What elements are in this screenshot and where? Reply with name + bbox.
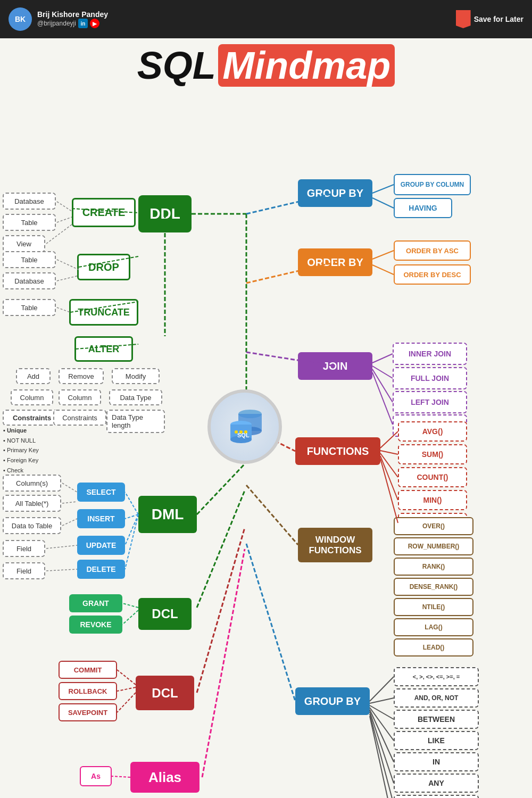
order-asc-label: ORDER BY ASC <box>406 247 459 255</box>
svg-line-53 <box>370 705 394 719</box>
svg-line-28 <box>380 456 398 500</box>
svg-line-36 <box>62 502 77 503</box>
svg-line-57 <box>370 714 394 798</box>
svg-line-38 <box>46 545 77 548</box>
dcl1-label: DCL <box>152 606 178 621</box>
wf-over-label: OVER() <box>422 522 445 530</box>
order-desc-label: ORDER BY DESC <box>403 271 461 279</box>
dml-datatable-label: Data to Table <box>3 517 61 534</box>
svg-line-34 <box>125 514 138 569</box>
wf-lead-label: LEAD() <box>423 644 445 651</box>
save-button[interactable]: Save for Later <box>456 10 523 28</box>
cond-in-label: IN <box>433 758 440 766</box>
cond-between-box: BETWEEN <box>394 710 479 729</box>
insert-label: INSERT <box>87 514 114 523</box>
func-sum-box: SUM() <box>398 444 467 464</box>
order-asc-box: ORDER BY ASC <box>394 240 471 261</box>
alter-constraints1-label: Constraints <box>3 410 61 426</box>
svg-line-15 <box>372 198 394 208</box>
truncate-table-label: Table <box>3 299 56 316</box>
cond-andor-label: AND, OR, NOT <box>414 694 459 702</box>
svg-line-29 <box>380 459 398 523</box>
alter-datatype-label: Data Type <box>109 389 162 405</box>
savepoint-box: SAVEPOINT <box>59 703 117 721</box>
svg-line-27 <box>380 453 398 477</box>
wf-rownumber-label: ROW_NUMBER() <box>408 543 460 550</box>
create-label: CREATE <box>82 206 126 219</box>
svg-line-22 <box>372 369 393 402</box>
svg-line-42 <box>122 610 138 625</box>
truncate-box: TRUNCATE <box>69 299 138 326</box>
svg-line-32 <box>125 514 138 519</box>
wf-ntile-label: NTILE() <box>422 603 445 611</box>
dml-box: DML <box>138 496 197 533</box>
alias-as-box: As <box>80 766 112 786</box>
alter-remove-label: Remove <box>59 368 104 384</box>
window-functions-box: WINDOW FUNCTIONS <box>298 528 372 562</box>
wf-rank-box: RANK() <box>394 558 473 576</box>
functions-label: FUNCTIONS <box>307 445 369 458</box>
join-label: JOIN <box>323 360 348 372</box>
group-by-having-label: HAVING <box>409 204 437 212</box>
grant-label: GRANT <box>82 599 109 608</box>
avatar: BK <box>9 7 32 31</box>
svg-line-49 <box>246 485 298 545</box>
insert-box: INSERT <box>77 509 125 528</box>
svg-line-21 <box>372 366 393 378</box>
db-svg: SQL <box>222 404 268 450</box>
svg-line-52 <box>370 698 394 703</box>
cond-operators-box: <, >, <>, <=, >=, = <box>394 667 479 686</box>
tcl-box: DCL <box>136 676 194 710</box>
group-by-2-label: GROUP BY <box>304 695 361 708</box>
drop-database-label: Database <box>3 272 56 289</box>
youtube-icon[interactable]: ▶ <box>90 19 99 28</box>
dml-field2-label: Field <box>3 562 45 579</box>
ddl-label: DDL <box>149 205 180 222</box>
create-database-label: Database <box>3 193 56 210</box>
title-mindmap: Mindmap <box>218 44 395 87</box>
alias-box: Alias <box>130 762 200 793</box>
svg-line-58 <box>370 716 394 798</box>
svg-line-14 <box>372 185 394 193</box>
svg-line-18 <box>372 265 394 275</box>
create-box: CREATE <box>72 198 136 227</box>
create-view-label: View <box>3 235 45 252</box>
wf-rank-label: RANK() <box>422 563 445 570</box>
revoke-label: REVOKE <box>80 620 111 629</box>
order-by-label: ORDER BY <box>307 256 363 269</box>
svg-line-46 <box>117 693 136 712</box>
cond-between-label: BETWEEN <box>418 715 455 724</box>
cond-operators-label: <, >, <>, <=, >=, = <box>413 674 460 680</box>
wf-lead-box: LEAD() <box>394 638 473 656</box>
func-avg-box: AVG() <box>398 421 467 442</box>
svg-line-26 <box>380 451 398 454</box>
rollback-label: ROLLBACK <box>69 687 107 695</box>
wf-ntile-box: NTILE() <box>394 598 473 616</box>
func-count-label: COUNT() <box>417 473 448 481</box>
func-sum-label: SUM() <box>422 450 443 459</box>
select-label: SELECT <box>86 488 115 496</box>
ddl-box: DDL <box>138 195 192 232</box>
cond-all-box: ALL <box>394 795 479 798</box>
mindmap: DDL CREATE Database Table View DROP Tabl… <box>0 92 532 798</box>
dcl1-box: DCL <box>138 598 192 630</box>
sql-center-icon: SQL <box>207 389 282 464</box>
svg-line-39 <box>46 569 77 571</box>
svg-line-23 <box>372 372 393 425</box>
linkedin-icon[interactable]: in <box>78 19 88 28</box>
title-sql: SQL <box>137 44 216 87</box>
svg-line-48 <box>112 776 130 777</box>
full-join-label: FULL JOIN <box>411 374 449 383</box>
svg-line-7 <box>57 202 72 211</box>
alter-col1-label: Column <box>11 389 53 405</box>
cond-andor-box: AND, OR, NOT <box>394 688 479 708</box>
commit-label: COMMIT <box>74 666 102 674</box>
dml-columns-label: Column(s) <box>3 475 61 492</box>
svg-line-43 <box>197 528 245 693</box>
func-count-box: COUNT() <box>398 467 467 487</box>
tcl-label: DCL <box>152 686 178 701</box>
svg-line-37 <box>62 519 77 526</box>
alter-constraints2-label: Constraints <box>53 410 106 426</box>
group-by-2-box: GROUP BY <box>295 687 370 715</box>
commit-box: COMMIT <box>59 661 117 679</box>
